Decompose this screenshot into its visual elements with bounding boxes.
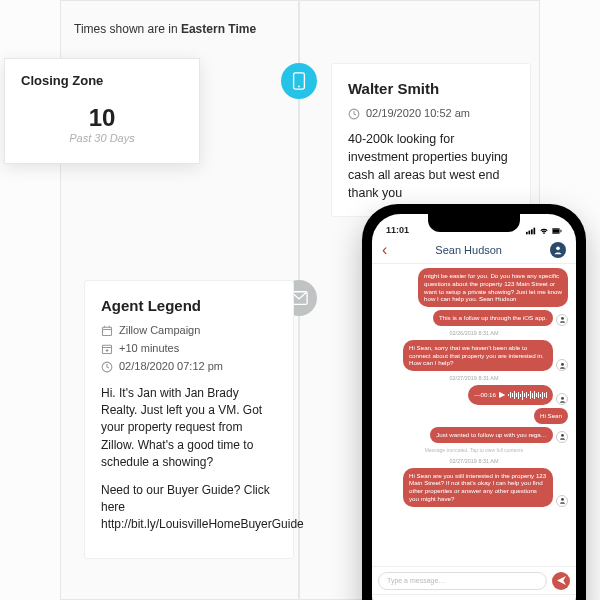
battery-icon (552, 227, 562, 235)
svg-point-18 (561, 434, 564, 437)
svg-point-14 (556, 246, 560, 250)
bubble-avatar-icon (556, 495, 568, 507)
chat-header: ‹ Sean Hudson (372, 236, 576, 264)
svg-rect-9 (531, 229, 533, 234)
svg-point-1 (298, 86, 300, 88)
timeline-node-mobile (281, 63, 317, 99)
bubble-avatar-icon (556, 314, 568, 326)
chat-contact-name: Sean Hudson (435, 244, 502, 256)
voice-message-bubble[interactable]: —00:16 ▶ (468, 385, 553, 405)
user-icon (553, 245, 563, 255)
legend-delta-row: +10 minutes (101, 341, 277, 357)
contact-body: 40-200k looking for investment propertie… (348, 130, 514, 203)
signal-icon (526, 227, 536, 235)
timezone-name: Eastern Time (181, 22, 256, 36)
contact-card-walter[interactable]: Walter Smith 02/19/2020 10:52 am 40-200k… (331, 63, 531, 217)
back-button[interactable]: ‹ (382, 242, 387, 258)
waveform-icon (508, 390, 547, 400)
svg-rect-12 (553, 229, 559, 233)
svg-point-19 (561, 498, 564, 501)
bubble-avatar-icon (556, 393, 568, 405)
legend-body-1: Hi. It's Jan with Jan Brady Realty. Just… (101, 385, 277, 472)
bubble-avatar-icon (556, 359, 568, 371)
closing-value: 10 (21, 104, 183, 132)
chat-date: 02/26/2019 8:31 AM (380, 330, 568, 336)
message-composer: Type a message… (372, 566, 576, 594)
calendar-plus-icon (101, 343, 113, 355)
truncation-note[interactable]: Message truncated. Tap to view full cont… (380, 447, 568, 453)
chat-bubble[interactable]: Just wanted to follow up with you rega… (430, 427, 553, 443)
svg-rect-10 (534, 228, 536, 235)
calendar-icon (101, 325, 113, 337)
legend-body-2: Need to our Buyer Guide? Click here http… (101, 482, 277, 534)
chat-bubble[interactable]: Hi Sean (534, 408, 568, 424)
chat-bubble[interactable]: Hi Sean are you still interested in the … (403, 468, 553, 507)
chat-bubble[interactable]: might be easier for you. Do you have any… (418, 268, 568, 307)
tab-bar: Calls Messages Settings (372, 594, 576, 600)
timezone-note: Times shown are in Eastern Time (74, 22, 256, 36)
phone-mockup: 11:01 ‹ Sean Hudson might be easier for … (362, 204, 586, 600)
legend-campaign: Zillow Campaign (119, 323, 200, 339)
message-input[interactable]: Type a message… (378, 572, 547, 590)
chat-bubble[interactable]: This is a follow up through the iOS app. (433, 310, 553, 326)
svg-rect-8 (529, 231, 531, 235)
closing-title: Closing Zone (21, 73, 183, 88)
status-right (526, 227, 562, 235)
clock-icon (101, 361, 113, 373)
contact-name: Walter Smith (348, 78, 514, 100)
legend-title: Agent Legend (101, 295, 277, 317)
bubble-avatar-icon (556, 431, 568, 443)
phone-screen: 11:01 ‹ Sean Hudson might be easier for … (372, 214, 576, 600)
chat-date: 02/27/2019 8:31 AM (380, 375, 568, 381)
svg-rect-13 (561, 230, 562, 232)
mobile-icon (292, 72, 306, 90)
voice-time: —00:16 (474, 391, 496, 399)
contact-time-row: 02/19/2020 10:52 am (348, 106, 514, 122)
chat-bubble[interactable]: Hi Sean, sorry that we haven't been able… (403, 340, 553, 371)
svg-point-15 (561, 317, 564, 320)
closing-sub: Past 30 Days (21, 132, 183, 144)
legend-body: Hi. It's Jan with Jan Brady Realty. Just… (101, 385, 277, 534)
status-time: 11:01 (386, 225, 409, 235)
svg-point-16 (561, 363, 564, 366)
svg-rect-7 (526, 232, 528, 235)
clock-icon (348, 108, 360, 120)
send-button[interactable] (552, 572, 570, 590)
legend-delta: +10 minutes (119, 341, 179, 357)
legend-time-row: 02/18/2020 07:12 pm (101, 359, 277, 375)
svg-rect-4 (103, 327, 112, 335)
send-icon (557, 576, 566, 585)
agent-legend-card[interactable]: Agent Legend Zillow Campaign +10 minutes… (84, 280, 294, 559)
timezone-prefix: Times shown are in (74, 22, 181, 36)
contact-time: 02/19/2020 10:52 am (366, 106, 470, 122)
chat-body[interactable]: might be easier for you. Do you have any… (372, 264, 576, 566)
avatar[interactable] (550, 242, 566, 258)
svg-point-17 (561, 397, 564, 400)
wifi-icon (539, 227, 549, 235)
chat-date: 02/27/2019 8:31 AM (380, 458, 568, 464)
legend-campaign-row: Zillow Campaign (101, 323, 277, 339)
legend-time: 02/18/2020 07:12 pm (119, 359, 223, 375)
closing-zone-card: Closing Zone 10 Past 30 Days (4, 58, 200, 164)
phone-notch (428, 214, 520, 232)
